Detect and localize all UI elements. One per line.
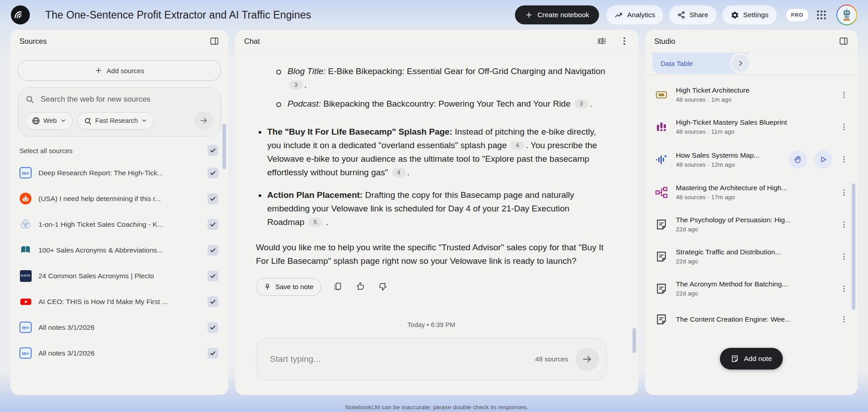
notebooklm-logo-icon[interactable] — [11, 5, 30, 24]
create-notebook-button[interactable]: Create notebook — [515, 5, 599, 24]
studio-panel: Studio Data Table — [645, 30, 858, 395]
plus-icon — [94, 66, 103, 75]
citation-badge[interactable]: 3 — [574, 99, 588, 108]
source-checkbox[interactable] — [208, 322, 218, 333]
chat-panel: Chat Blog Title: E-Bike Bikepacking: Ess… — [235, 30, 638, 395]
studio-item[interactable]: The Psychology of Persuasion: Hig... 22d… — [652, 208, 850, 240]
source-row[interactable]: PLECTO 24 Common Sales Acronyms | Plecto — [18, 263, 221, 289]
studio-item[interactable]: The Acronym Method for Batching... 22d a… — [652, 272, 850, 304]
source-row[interactable]: AI CEO: THIS is How I'd Make My First ..… — [18, 289, 221, 314]
studio-scrollbar[interactable] — [852, 183, 855, 310]
tune-icon[interactable] — [597, 36, 607, 46]
expand-panel-icon[interactable] — [839, 36, 849, 46]
user-avatar[interactable] — [836, 5, 857, 25]
search-icon — [25, 95, 34, 104]
sources-panel-header: Sources — [10, 30, 228, 53]
chat-sub-bullet-list: Blog Title: E-Bike Bikepacking: Essentia… — [256, 65, 607, 116]
source-checkbox[interactable] — [208, 219, 218, 230]
chat-timestamp: Today • 6:39 PM — [256, 318, 607, 332]
item-menu-icon[interactable] — [840, 122, 849, 132]
item-menu-icon[interactable] — [840, 251, 849, 262]
chips-scroll-right-button[interactable] — [730, 53, 751, 74]
more-menu-icon[interactable] — [619, 36, 629, 46]
studio-item[interactable]: How Sales Systems Map... 48 sources · 12… — [652, 143, 850, 176]
citation-badge[interactable]: 4 — [510, 141, 524, 150]
item-menu-icon[interactable] — [840, 219, 849, 230]
source-row[interactable]: m+ Deep Research Report: The High-Tick..… — [18, 160, 221, 186]
save-to-note-button[interactable]: Save to note — [256, 278, 321, 296]
citation-badge[interactable]: 4 — [392, 168, 406, 177]
select-all-label: Select all sources — [19, 147, 73, 154]
flowchart-icon — [654, 185, 669, 200]
interactive-mode-button[interactable] — [789, 150, 807, 169]
studio-item[interactable]: The Content Creation Engine: Wee... — [652, 304, 850, 334]
item-menu-icon[interactable] — [840, 89, 849, 100]
chat-messages: Blog Title: E-Bike Bikepacking: Essentia… — [235, 53, 638, 395]
source-row[interactable]: (USA) I need help determining if this r.… — [18, 186, 221, 211]
share-button[interactable]: Share — [669, 5, 716, 24]
studio-item[interactable]: Strategic Traffic and Distribution... 22… — [652, 240, 850, 272]
collapse-panel-icon[interactable] — [209, 36, 219, 46]
source-checkbox[interactable] — [208, 245, 218, 256]
select-all-row: Select all sources — [18, 136, 221, 160]
research-mode-dropdown[interactable]: Fast Research — [77, 112, 154, 130]
source-checkbox[interactable] — [208, 168, 218, 178]
item-menu-icon[interactable] — [840, 314, 849, 325]
studio-item[interactable]: Mastering the Architecture of High... 48… — [652, 176, 850, 208]
source-checkbox[interactable] — [208, 271, 218, 281]
thumbs-down-icon[interactable] — [378, 281, 389, 292]
plus-icon — [525, 11, 533, 19]
source-row[interactable]: 100+ Sales Acronyms & Abbreviations... — [18, 237, 221, 263]
studio-item[interactable]: High-Ticket Mastery Sales Blueprint 48 s… — [652, 111, 850, 143]
source-checkbox[interactable] — [208, 193, 218, 204]
analytics-button[interactable]: Analytics — [606, 5, 663, 24]
frame-icon — [654, 88, 669, 102]
chevron-down-icon — [60, 117, 66, 124]
note-icon — [654, 312, 669, 327]
item-menu-icon[interactable] — [840, 154, 849, 165]
source-checkbox[interactable] — [208, 296, 218, 307]
citation-badge[interactable]: 3 — [289, 80, 303, 89]
chat-bullet-list: The "Buy It For Life Basecamp" Splash Pa… — [256, 116, 607, 229]
search-submit-button[interactable] — [194, 111, 213, 130]
copy-icon[interactable] — [333, 281, 344, 292]
reddit-icon — [19, 192, 32, 205]
source-row[interactable]: m+ All notes 3/1/2026 — [18, 340, 221, 366]
sources-scrollbar[interactable] — [222, 124, 226, 169]
source-checkbox[interactable] — [208, 348, 218, 359]
chat-input[interactable] — [269, 354, 535, 365]
chat-sub-bullet: Blog Title: E-Bike Bikepacking: Essentia… — [273, 65, 607, 92]
chat-closing-paragraph: Would you like me to help you write the … — [256, 241, 607, 268]
select-all-checkbox[interactable] — [208, 145, 218, 156]
chat-scrollbar[interactable] — [632, 328, 636, 353]
add-sources-button[interactable]: Add sources — [18, 60, 221, 81]
bar-chart-icon — [654, 120, 669, 134]
notebooklm-app: The One-Sentence Profit Extractor and AI… — [0, 0, 868, 412]
pro-badge: PRO — [786, 9, 808, 21]
source-row[interactable]: 1-on-1 High Ticket Sales Coaching - K... — [18, 211, 221, 237]
citation-badge[interactable]: 5 — [308, 218, 322, 227]
sources-body: Add sources Web — [10, 53, 228, 373]
studio-panel-title: Studio — [654, 37, 675, 46]
studio-item-list: High Ticket Architecture 48 sources · 1m… — [645, 75, 858, 395]
chat-panel-header: Chat — [235, 30, 638, 53]
apps-grid-icon[interactable] — [816, 9, 827, 21]
sources-panel-title: Sources — [19, 37, 47, 46]
source-row[interactable]: m+ All notes 3/1/2026 — [18, 314, 221, 340]
globe-icon — [32, 117, 40, 125]
play-button[interactable] — [814, 150, 832, 169]
settings-button[interactable]: Settings — [722, 5, 777, 24]
thumbs-up-icon[interactable] — [355, 281, 366, 292]
item-menu-icon[interactable] — [840, 187, 849, 198]
web-filter-dropdown[interactable]: Web — [25, 112, 73, 130]
message-actions: Save to note — [256, 278, 607, 296]
trending-up-icon — [614, 11, 623, 19]
item-menu-icon[interactable] — [840, 283, 849, 294]
send-button[interactable] — [576, 347, 599, 371]
studio-item[interactable]: High Ticket Architecture 48 sources · 1m… — [652, 79, 850, 111]
note-icon — [731, 355, 739, 363]
add-note-button[interactable]: Add note — [720, 348, 783, 370]
search-input[interactable] — [40, 94, 213, 104]
note-icon — [654, 281, 669, 296]
audio-waveform-icon — [654, 152, 669, 167]
